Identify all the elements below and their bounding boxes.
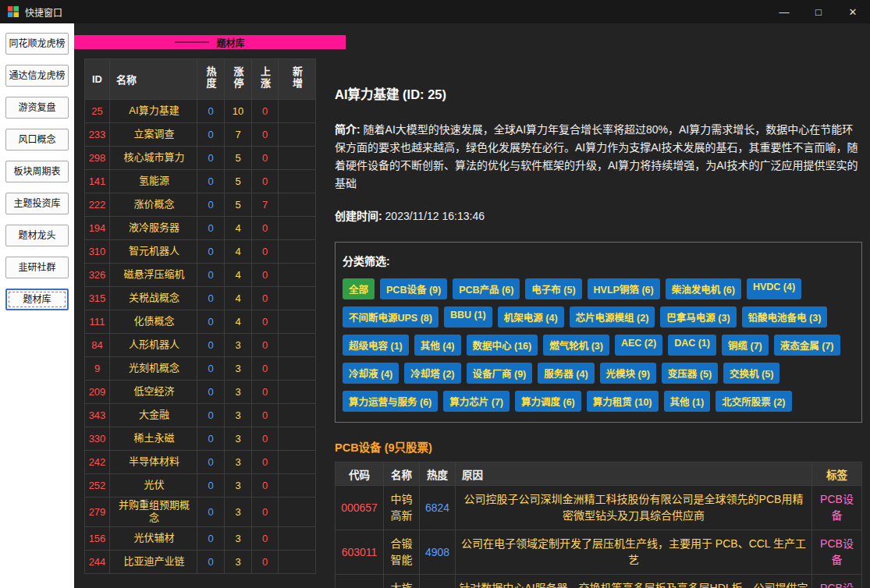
sidebar-button[interactable]: 游资复盘	[5, 97, 69, 119]
stock-col-tag[interactable]: 标签	[812, 462, 862, 486]
theme-row[interactable]: 141 氢能源 0 5 0	[85, 170, 316, 193]
theme-row-name: 半导体材料	[110, 451, 197, 474]
theme-row-limitup: 3	[225, 404, 252, 427]
filter-tag[interactable]: 交换机 (5)	[723, 363, 779, 384]
stock-row[interactable]: 000657 中钨高新 6824 公司控股子公司深圳金洲精工科技股份有限公司是全…	[336, 486, 862, 530]
stock-col-name[interactable]: 名称	[384, 462, 420, 486]
theme-row-heat: 0	[197, 170, 225, 193]
theme-col-up[interactable]: 上涨	[252, 59, 279, 100]
filter-tag[interactable]: PCB产品 (6)	[453, 278, 520, 299]
theme-row[interactable]: 111 化债概念 0 4 0	[85, 310, 316, 334]
filter-tag-label: 服务器 (4)	[544, 369, 588, 380]
theme-row[interactable]: 343 大金融 0 3 0	[85, 404, 316, 427]
stock-row[interactable]: 301200 大族数控 3930 针对数据中心AI服务器、交换机等高多层板及高多…	[336, 575, 862, 588]
filter-tag[interactable]: AEC (2)	[615, 335, 662, 356]
sidebar-button[interactable]: 板块周期表	[5, 161, 69, 182]
filter-tag[interactable]: 铜缆 (7)	[722, 335, 769, 356]
theme-row-name: 氢能源	[110, 170, 197, 193]
filter-tag[interactable]: 算力运营与服务 (6)	[343, 391, 438, 412]
theme-col-name[interactable]: 名称	[110, 59, 197, 100]
stock-row[interactable]: 603011 合锻智能 4908 公司在电子领域定制开发了层压机生产线，主要用于…	[336, 530, 862, 575]
sidebar-button-label: 主题投资库	[13, 198, 60, 209]
filter-tag[interactable]: 液态金属 (7)	[774, 335, 840, 356]
filter-tag[interactable]: 超级电容 (1)	[343, 335, 409, 356]
filter-tag[interactable]: 巴拿马电源 (3)	[660, 306, 736, 328]
theme-row-limitup: 3	[225, 381, 252, 404]
theme-row-limitup: 5	[225, 193, 252, 217]
filter-tag[interactable]: 设备厂商 (9)	[467, 363, 533, 384]
theme-row[interactable]: 209 低空经济 0 3 0	[85, 381, 316, 404]
filter-tag[interactable]: 柴油发电机 (6)	[666, 278, 741, 299]
filter-tag[interactable]: 芯片电源模组 (2)	[570, 306, 655, 328]
theme-col-id[interactable]: ID	[85, 59, 110, 100]
theme-row[interactable]: 298 核心城市算力 0 5 0	[85, 147, 316, 170]
theme-row[interactable]: 222 涨价概念 0 5 7	[85, 193, 316, 217]
filter-tag[interactable]: 北交所股票 (2)	[716, 391, 791, 412]
theme-row[interactable]: 84 人形机器人 0 3 0	[85, 334, 316, 357]
filter-tag[interactable]: 算力调度 (6)	[515, 391, 581, 412]
theme-row[interactable]: 25 AI算力基建 0 10 0	[85, 100, 316, 123]
filter-tag[interactable]: HVLP铜箔 (6)	[588, 278, 660, 299]
filter-tag[interactable]: 冷却塔 (2)	[404, 363, 460, 384]
stock-col-code[interactable]: 代码	[336, 462, 384, 486]
sidebar-button[interactable]: 韭研社群	[5, 257, 69, 278]
theme-row[interactable]: 194 液冷服务器 0 4 0	[85, 217, 316, 240]
filter-tag[interactable]: 变压器 (5)	[662, 363, 718, 384]
theme-row[interactable]: 156 光伏辅材 0 3 0	[85, 526, 316, 550]
filter-tag[interactable]: 光模块 (9)	[600, 363, 656, 384]
theme-row-name: 光伏	[110, 474, 197, 498]
stock-col-heat[interactable]: 热度	[420, 462, 456, 486]
close-button[interactable]: ✕	[836, 0, 870, 23]
filter-tag[interactable]: 算力芯片 (7)	[443, 391, 510, 412]
stock-table: 代码 名称 热度 原因 标签 000657	[335, 462, 862, 588]
filter-tag[interactable]: 其他 (4)	[414, 335, 461, 356]
theme-row-new	[279, 474, 316, 498]
filter-tag[interactable]: 冷却液 (4)	[343, 363, 399, 384]
theme-row[interactable]: 244 比亚迪产业链 0 3 0	[85, 550, 316, 573]
filter-tag[interactable]: 燃气轮机 (3)	[543, 335, 609, 356]
filter-tag[interactable]: 机架电源 (4)	[498, 306, 564, 328]
filter-tag[interactable]: 其他 (1)	[664, 391, 711, 412]
filter-tag[interactable]: 算力租赁 (10)	[587, 391, 659, 412]
sidebar-button[interactable]: 同花顺龙虎榜	[5, 33, 69, 55]
theme-col-new[interactable]: 新增	[279, 59, 316, 100]
theme-row[interactable]: 326 磁悬浮压缩机 0 4 0	[85, 264, 316, 287]
theme-row[interactable]: 9 光刻机概念 0 3 0	[85, 357, 316, 381]
filter-tag-label: HVDC (4)	[753, 282, 795, 292]
theme-row[interactable]: 315 关税战概念 0 4 0	[85, 287, 316, 310]
filter-tag[interactable]: 不间断电源UPS (8)	[343, 306, 439, 328]
sidebar-button[interactable]: 题材龙头	[5, 225, 69, 246]
filter-tag[interactable]: 服务器 (4)	[538, 363, 594, 384]
filter-tag[interactable]: BBU (1)	[444, 306, 492, 328]
theme-row-up: 0	[252, 381, 279, 404]
filter-tag[interactable]: DAC (1)	[668, 335, 716, 356]
theme-col-heat[interactable]: 热度	[197, 59, 225, 100]
sidebar-button[interactable]: 题材库	[5, 289, 69, 310]
theme-row-limitup: 10	[225, 100, 252, 123]
filter-tag[interactable]: 数据中心 (16)	[467, 335, 538, 356]
minimize-button[interactable]: —	[767, 0, 801, 23]
sidebar-button[interactable]: 风口概念	[5, 129, 69, 151]
sidebar-button[interactable]: 通达信龙虎榜	[5, 65, 69, 87]
maximize-button[interactable]: □	[801, 0, 836, 23]
filter-tag[interactable]: 电子布 (5)	[525, 278, 581, 299]
theme-row[interactable]: 310 智元机器人 0 4 0	[85, 240, 316, 264]
theme-row[interactable]: 252 光伏 0 3 0	[85, 474, 316, 498]
window-title: 快捷窗口	[25, 5, 62, 19]
theme-row-limitup: 3	[225, 498, 252, 527]
filter-tag[interactable]: PCB设备 (9)	[380, 278, 447, 299]
theme-row[interactable]: 330 稀土永磁 0 3 0	[85, 427, 316, 451]
theme-row-heat: 0	[197, 404, 225, 427]
filter-tag[interactable]: 铅酸电池备电 (3)	[742, 306, 828, 328]
filter-tag[interactable]: HVDC (4)	[747, 278, 801, 299]
stock-col-reason[interactable]: 原因	[456, 462, 812, 486]
theme-row-up: 0	[252, 550, 279, 573]
theme-row[interactable]: 233 立案调查 0 7 0	[85, 123, 316, 147]
sidebar-button[interactable]: 主题投资库	[5, 193, 69, 214]
filter-tag-label: 光模块 (9)	[606, 369, 650, 380]
filter-tag-label: 冷却塔 (2)	[410, 369, 454, 380]
filter-tag[interactable]: 全部	[343, 278, 375, 299]
theme-col-limitup[interactable]: 涨停	[225, 59, 252, 100]
theme-row[interactable]: 279 并购重组预期概念 0 3 0	[85, 498, 316, 527]
theme-row[interactable]: 242 半导体材料 0 3 0	[85, 451, 316, 474]
